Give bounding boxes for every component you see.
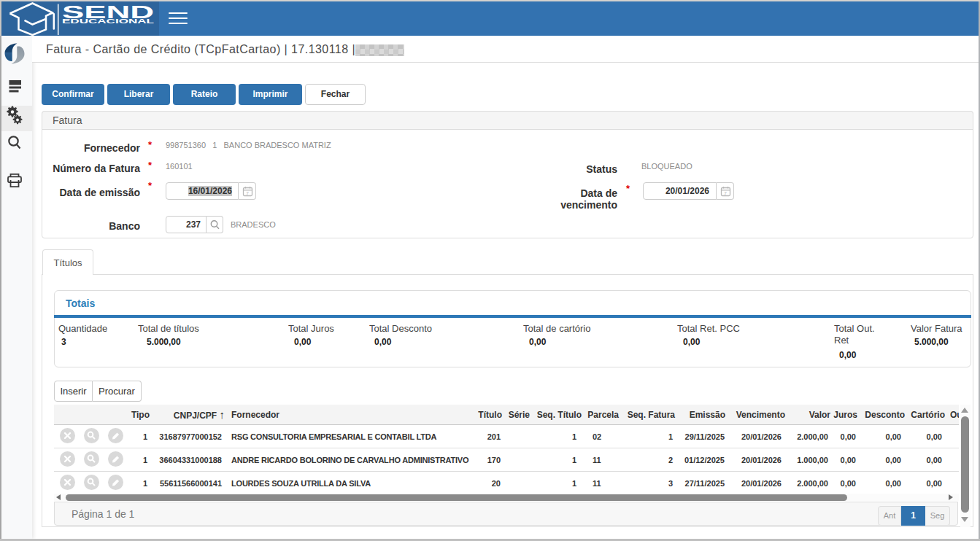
- svg-text:7: 7: [246, 191, 249, 196]
- svg-text:7: 7: [724, 191, 727, 196]
- svg-text:EDUCACIONAL: EDUCACIONAL: [62, 17, 154, 25]
